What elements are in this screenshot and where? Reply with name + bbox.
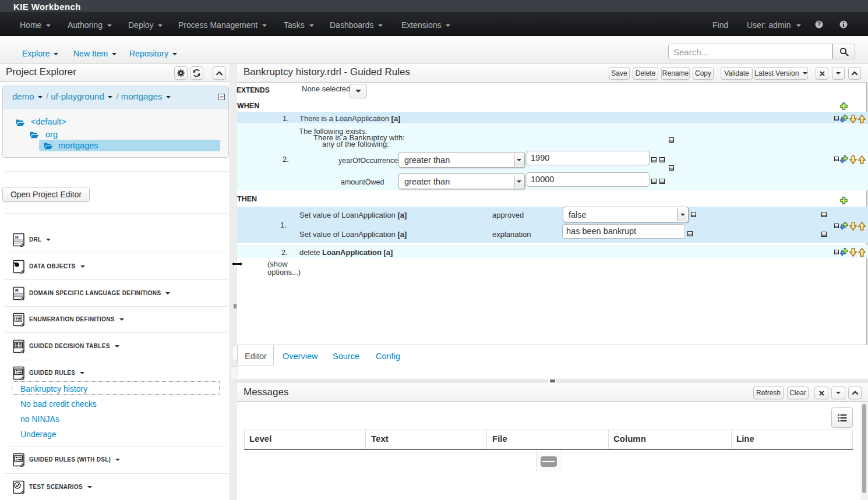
svg-text:R: R xyxy=(15,288,19,293)
svg-text:R: R xyxy=(15,235,19,240)
